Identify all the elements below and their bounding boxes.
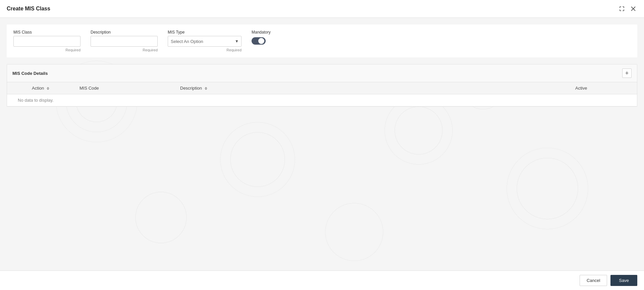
modal-footer: Cancel Save [0,271,644,290]
mis-class-label: MIS Class [13,30,80,35]
mandatory-toggle[interactable] [252,37,266,45]
toggle-slider [252,37,266,45]
section-header: MIS Code Details + [7,64,637,82]
description-label: Description [91,30,158,35]
mis-type-select[interactable]: Select An Option [168,36,241,47]
no-data-message: No data to display. [12,92,59,107]
mis-type-group: MIS Type Select An Option ▼ Required [168,30,241,52]
section-title: MIS Code Details [12,71,48,76]
form-row: MIS Class Required Description Required … [7,25,637,57]
description-input[interactable] [91,36,158,47]
save-button[interactable]: Save [610,275,637,286]
mandatory-label: Mandatory [252,30,292,35]
modal-header: Create MIS Class [0,0,644,18]
action-sort-icon[interactable] [47,87,49,90]
description-sort-icon[interactable] [205,87,207,90]
mis-class-required: Required [13,48,80,52]
no-data-cell: No data to display. [7,94,637,106]
col-mis-code: MIS Code [74,82,175,94]
description-required: Required [91,48,158,52]
table-body: No data to display. [7,94,637,106]
header-actions [618,5,637,13]
cancel-button[interactable]: Cancel [580,275,607,286]
mis-class-group: MIS Class Required [13,30,80,52]
mis-type-select-wrapper: Select An Option ▼ [168,36,241,47]
modal-title: Create MIS Class [7,6,50,12]
mis-type-required: Required [168,48,241,52]
description-group: Description Required [91,30,158,52]
mandatory-toggle-container [252,36,292,45]
add-mis-code-button[interactable]: + [622,68,632,78]
mis-code-table: Action MIS Code Description [7,82,637,106]
expand-icon[interactable] [618,5,626,13]
mandatory-group: Mandatory [252,30,292,45]
modal-body: MIS Class Required Description Required … [0,18,644,271]
close-icon[interactable] [629,5,637,13]
mis-code-details-section: MIS Code Details + Action [7,64,637,107]
table-header: Action MIS Code Description [7,82,637,94]
col-description: Description [175,82,570,94]
table-header-row: Action MIS Code Description [7,82,637,94]
empty-row: No data to display. [7,94,637,106]
mis-class-input[interactable] [13,36,80,47]
create-mis-class-modal: Create MIS Class MIS Class Requi [0,0,644,290]
mis-type-label: MIS Type [168,30,241,35]
col-active: Active [570,82,637,94]
